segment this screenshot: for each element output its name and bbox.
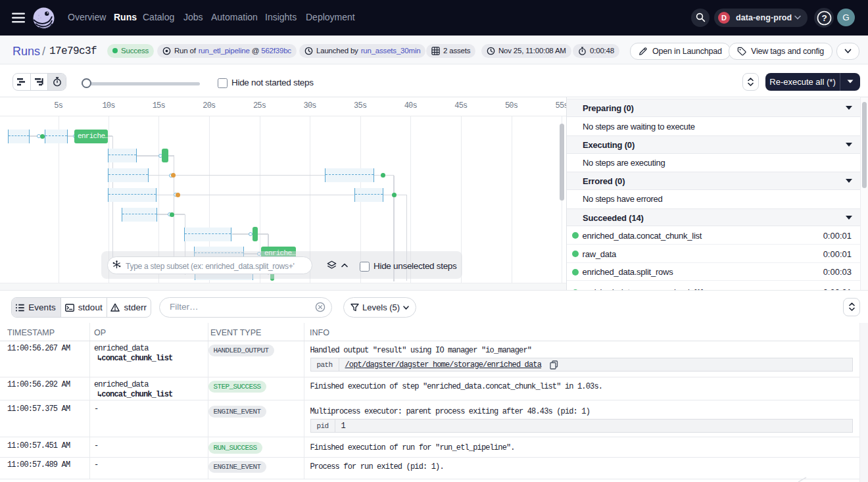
svg-text:?: ?	[821, 13, 827, 23]
